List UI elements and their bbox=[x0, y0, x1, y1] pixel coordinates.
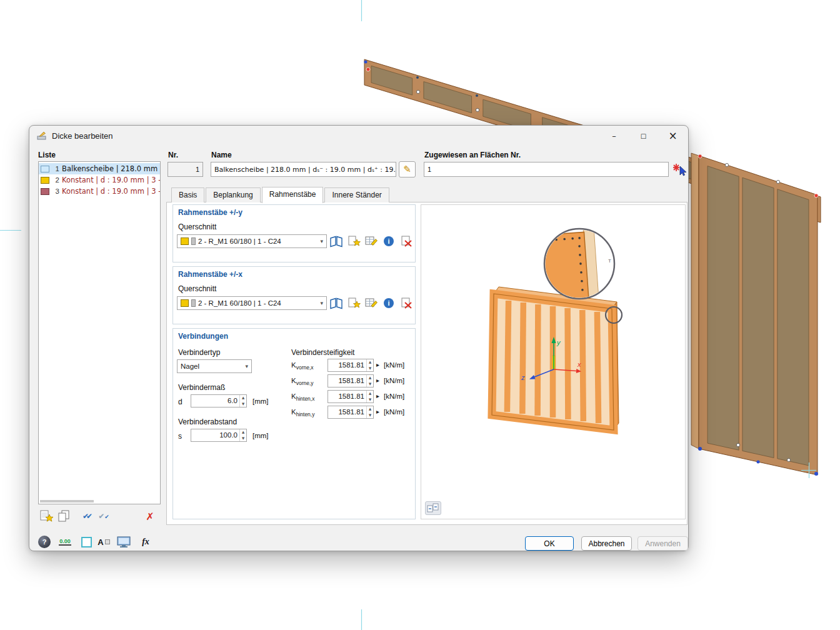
stiffness-flyout-button[interactable]: ▸ bbox=[376, 392, 379, 399]
node-dot bbox=[776, 180, 779, 183]
stiffness-flyout-button[interactable]: ▸ bbox=[376, 408, 379, 415]
cross-section-info-button[interactable]: i bbox=[381, 234, 396, 248]
thickness-color-swatch bbox=[41, 166, 49, 172]
apply-button[interactable]: Anwenden bbox=[638, 536, 688, 551]
material-swatch-gray bbox=[191, 238, 196, 245]
thickness-list[interactable]: 1 Balkenscheibe | 218.0 mm | dₛ⁻ : 2 Kon… bbox=[38, 161, 161, 504]
thickness-color-swatch bbox=[41, 188, 49, 195]
font-settings-button[interactable]: A bbox=[96, 534, 112, 549]
close-button[interactable]: × bbox=[658, 126, 688, 146]
monitor-icon bbox=[116, 536, 131, 548]
stiffness-input[interactable]: 1581.81 ▲▼ bbox=[328, 406, 374, 419]
stiffness-row-label: Khinten,x bbox=[291, 392, 314, 402]
preview-options-button[interactable] bbox=[425, 501, 441, 515]
dialog-icon bbox=[37, 131, 47, 141]
select-filter-button[interactable]: ✔✔ bbox=[96, 509, 112, 524]
section-rahmenstaebe-y: Rahmenstäbe +/-y Querschnitt 2 - R_M1 60… bbox=[172, 204, 416, 262]
list-item-number: 3 bbox=[52, 188, 59, 195]
tab-basis[interactable]: Basis bbox=[171, 188, 204, 202]
new-thickness-button[interactable] bbox=[38, 509, 54, 524]
edit-cross-section-button[interactable] bbox=[364, 234, 379, 248]
color-display-button[interactable] bbox=[78, 534, 94, 549]
font-box-icon bbox=[105, 539, 110, 544]
function-button[interactable]: fx bbox=[138, 534, 154, 549]
cross-section-library-button[interactable] bbox=[329, 296, 344, 310]
units-settings-button[interactable]: 0.00 bbox=[57, 534, 73, 549]
list-item[interactable]: 2 Konstant | d : 19.0 mm | 3 - OSB bbox=[39, 174, 160, 186]
unit-label: [kN/m] bbox=[384, 361, 404, 369]
list-horizontal-scrollbar[interactable] bbox=[40, 500, 94, 502]
stiffness-input[interactable]: 1581.81 ▲▼ bbox=[328, 390, 374, 403]
spinner-arrows[interactable]: ▲▼ bbox=[239, 429, 246, 441]
cross-section-info-button[interactable]: i bbox=[381, 296, 396, 310]
pick-surfaces-button[interactable] bbox=[671, 161, 688, 178]
material-swatch-yellow bbox=[181, 238, 189, 245]
stiffness-flyout-button[interactable]: ▸ bbox=[376, 361, 379, 368]
spacing-symbol: s bbox=[178, 432, 182, 441]
querschnitt-label: Querschnitt bbox=[178, 284, 216, 293]
spinner-arrows[interactable]: ▲▼ bbox=[366, 406, 373, 418]
edit-cross-section-button[interactable] bbox=[364, 296, 379, 310]
spinner-arrows[interactable]: ▲▼ bbox=[366, 375, 373, 387]
node-dot bbox=[698, 154, 702, 158]
connector-type-select[interactable]: Nagel ▾ bbox=[177, 359, 252, 373]
querschnitt-label: Querschnitt bbox=[178, 222, 216, 231]
cross-section-library-button[interactable] bbox=[329, 234, 344, 248]
delete-cross-section-button[interactable] bbox=[399, 234, 414, 248]
cross-section-select-y[interactable]: 2 - R_M1 60/180 | 1 - C24 ▾ bbox=[177, 234, 327, 248]
stiffness-input[interactable]: 1581.81 ▲▼ bbox=[328, 359, 374, 372]
node-dot bbox=[814, 472, 818, 476]
display-settings-button[interactable] bbox=[116, 534, 132, 549]
section-rahmenstaebe-x: Rahmenstäbe +/-x Querschnitt 2 - R_M1 60… bbox=[172, 266, 416, 324]
tab-beplankung[interactable]: Beplankung bbox=[206, 188, 260, 202]
material-swatch-yellow bbox=[181, 299, 189, 307]
tab-innere-staender[interactable]: Innere Ständer bbox=[324, 188, 389, 202]
name-label: Name bbox=[211, 151, 232, 159]
stiffness-flyout-button[interactable]: ▸ bbox=[376, 377, 379, 384]
list-item-label: Konstant | d : 19.0 mm | 3 - OSB bbox=[62, 187, 160, 196]
node-dot bbox=[814, 194, 818, 198]
select-all-button[interactable]: ✔✔ bbox=[78, 509, 94, 524]
node-dot bbox=[787, 458, 790, 461]
node-dot bbox=[736, 443, 739, 446]
connector-spacing-input[interactable]: 100.0 ▲▼ bbox=[191, 429, 247, 442]
spinner-arrows[interactable]: ▲▼ bbox=[366, 391, 373, 402]
delete-cross-section-button[interactable] bbox=[399, 296, 414, 310]
copy-thickness-button[interactable] bbox=[56, 509, 72, 524]
node-dot bbox=[476, 94, 478, 97]
assigned-surfaces-label: Zugewiesen an Flächen Nr. bbox=[424, 151, 521, 159]
assigned-surfaces-field[interactable]: 1 bbox=[424, 162, 669, 177]
name-field[interactable]: Balkenscheibe | 218.0 mm | dₛ⁻ : 19.0 mm… bbox=[211, 162, 396, 177]
cancel-button[interactable]: Abbrechen bbox=[581, 536, 632, 551]
dialog-titlebar[interactable]: Dicke bearbeiten – □ × bbox=[29, 126, 688, 146]
ok-button[interactable]: OK bbox=[525, 536, 574, 551]
delete-thickness-button[interactable]: ✗ bbox=[142, 509, 158, 524]
new-cross-section-button[interactable] bbox=[346, 234, 361, 248]
list-item-label: Konstant | d : 19.0 mm | 3 - OSB bbox=[62, 176, 160, 184]
stiffness-input[interactable]: 1581.81 ▲▼ bbox=[328, 374, 374, 388]
edit-name-button[interactable]: ✎ bbox=[399, 161, 416, 178]
node-dot bbox=[364, 61, 368, 64]
help-button[interactable]: ? bbox=[36, 534, 52, 549]
connector-size-input[interactable]: 6.0 ▲▼ bbox=[191, 394, 247, 408]
detail-marker-label: T bbox=[608, 258, 611, 264]
node-dot bbox=[757, 461, 760, 464]
cross-section-select-x[interactable]: 2 - R_M1 60/180 | 1 - C24 ▾ bbox=[177, 296, 327, 310]
list-item[interactable]: 3 Konstant | d : 19.0 mm | 3 - OSB bbox=[39, 186, 160, 197]
wall-preview-panel: T y x z bbox=[421, 204, 686, 519]
minimize-button[interactable]: – bbox=[599, 126, 629, 146]
verbinderabstand-label: Verbinderabstand bbox=[178, 418, 237, 426]
spinner-arrows[interactable]: ▲▼ bbox=[366, 359, 373, 371]
list-item[interactable]: 1 Balkenscheibe | 218.0 mm | dₛ⁻ : bbox=[39, 163, 160, 174]
chevron-down-icon: ▾ bbox=[320, 300, 323, 306]
color-swatch-icon bbox=[81, 537, 92, 548]
spinner-arrows[interactable]: ▲▼ bbox=[239, 395, 246, 407]
new-cross-section-button[interactable] bbox=[346, 296, 361, 310]
tab-rahmenstaebe[interactable]: Rahmenstäbe bbox=[262, 187, 324, 203]
stiffness-row-label: Kvorne,x bbox=[291, 361, 314, 371]
list-item-number: 2 bbox=[52, 176, 59, 184]
axis-z-label: z bbox=[521, 374, 525, 381]
list-label: Liste bbox=[38, 151, 56, 159]
list-item-label: Balkenscheibe | 218.0 mm | dₛ⁻ : bbox=[62, 164, 160, 173]
maximize-button[interactable]: □ bbox=[629, 126, 658, 146]
